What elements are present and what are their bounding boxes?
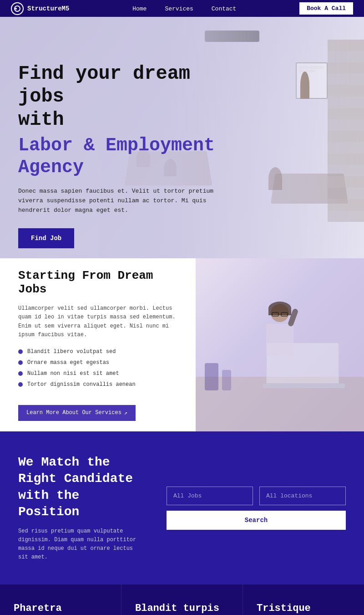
- card-3-title: Tristique: [257, 603, 350, 614]
- woman-body: [266, 324, 293, 356]
- match-left-panel: We Match the Right Candidate with the Po…: [18, 454, 139, 562]
- match-title: We Match the Right Candidate with the Po…: [18, 454, 139, 521]
- hero-title-accent: Labor & Employment Agency: [18, 135, 237, 179]
- list-bullet-4: [18, 382, 23, 387]
- scene-container: [196, 258, 364, 431]
- match-search-panel: Search: [167, 487, 346, 530]
- card-1: Pharetra Arcu ac tortor dignissim conval…: [0, 584, 121, 615]
- about-title: Starting From Dream Jobs: [18, 269, 177, 296]
- list-bullet-2: [18, 360, 23, 365]
- woman-hair: [268, 302, 291, 315]
- learn-more-button[interactable]: Learn More About Our Services ↗: [18, 405, 136, 421]
- card-3: Tristique Arcu ac tortor dignissim conva…: [243, 584, 364, 615]
- card-2: Blandit turpis Arcu ac tortor dignissim …: [121, 584, 243, 615]
- about-feature-list: Blandit libero volutpat sed Ornare massa…: [18, 348, 177, 392]
- svg-point-1: [15, 8, 17, 10]
- logo-icon: [11, 2, 24, 15]
- hero-title: Find your dream jobs with: [18, 62, 237, 131]
- laptop-base: [263, 384, 345, 388]
- nav-contact[interactable]: Contact: [212, 5, 237, 12]
- woman-head: [271, 304, 289, 322]
- cards-section: Pharetra Arcu ac tortor dignissim conval…: [0, 584, 364, 615]
- card-2-title: Blandit turpis: [135, 603, 229, 614]
- hero-content: Find your dream jobs with Labor & Employ…: [18, 62, 237, 248]
- find-job-button[interactable]: Find Job: [18, 228, 74, 248]
- match-section: We Match the Right Candidate with the Po…: [0, 431, 364, 584]
- about-description: Ullamcorper velit sed ullamcorper morbi.…: [18, 304, 177, 339]
- list-item: Nullam non nisi est sit amet: [18, 370, 177, 377]
- about-image-panel: [196, 258, 364, 431]
- locations-input[interactable]: [259, 487, 346, 505]
- list-item: Ornare massa eget egestas: [18, 359, 177, 366]
- nav-links: Home Services Contact: [132, 5, 236, 13]
- list-item: Blandit libero volutpat sed: [18, 348, 177, 355]
- hero-section: Find your dream jobs with Labor & Employ…: [0, 17, 364, 258]
- list-bullet-3: [18, 371, 23, 376]
- jobs-input[interactable]: [167, 487, 253, 505]
- woman-figure: [264, 304, 296, 359]
- card-1-title: Pharetra: [14, 603, 107, 614]
- navbar: StructureM5 Home Services Contact Book A…: [0, 0, 364, 17]
- pencil-holder: [205, 363, 218, 390]
- list-item: Tortor dignissim convallis aenean: [18, 381, 177, 388]
- nav-home[interactable]: Home: [132, 5, 147, 12]
- match-description: Sed risus pretium quam vulputate digniss…: [18, 527, 139, 562]
- logo: StructureM5: [11, 2, 69, 15]
- hero-description: Donec massa sapien faucibus et. Velit ut…: [18, 187, 218, 215]
- pencil-holder-2: [222, 370, 231, 390]
- book-call-button[interactable]: Book A Call: [299, 2, 353, 15]
- list-bullet-1: [18, 349, 23, 354]
- logo-text: StructureM5: [27, 5, 69, 12]
- arrow-icon: ↗: [124, 410, 127, 416]
- about-left-panel: Starting From Dream Jobs Ullamcorper vel…: [0, 258, 196, 431]
- nav-services[interactable]: Services: [165, 5, 193, 12]
- about-section: Starting From Dream Jobs Ullamcorper vel…: [0, 258, 364, 431]
- search-button[interactable]: Search: [167, 511, 346, 530]
- woman-at-laptop-scene: [196, 258, 364, 431]
- search-inputs-row: [167, 487, 346, 505]
